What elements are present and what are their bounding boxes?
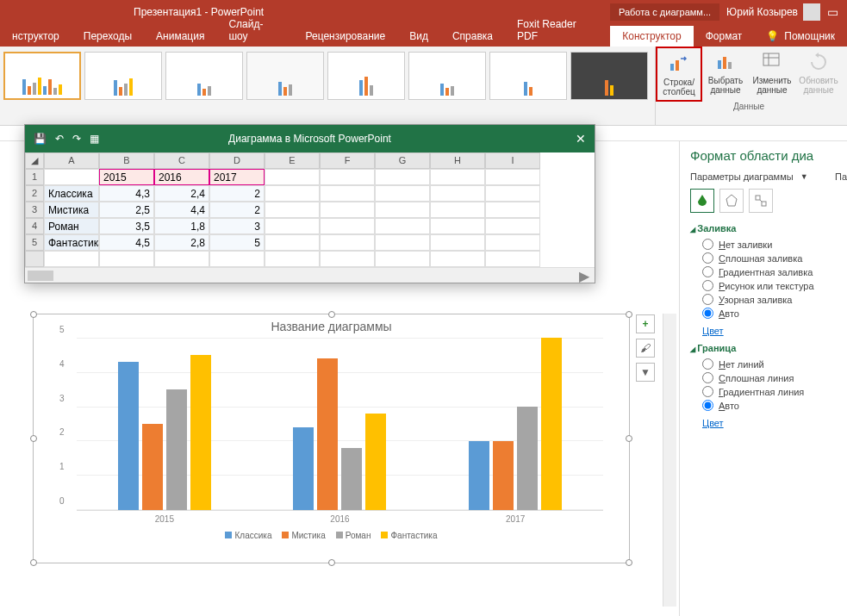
cell[interactable]: 2017 — [209, 169, 265, 185]
cell[interactable] — [320, 218, 375, 234]
data-window-scrollbar[interactable]: ▶ — [25, 267, 595, 283]
cell[interactable] — [485, 234, 540, 251]
radio-input[interactable] — [702, 252, 713, 264]
cell[interactable]: 5 — [209, 234, 265, 251]
bar-group[interactable] — [293, 338, 386, 510]
cell[interactable] — [265, 185, 320, 202]
bar[interactable] — [541, 338, 562, 510]
row-header[interactable]: 3 — [25, 202, 44, 218]
tab-designer[interactable]: нструктор — [0, 26, 72, 47]
radio-input[interactable] — [702, 386, 713, 397]
save-icon[interactable]: 💾 — [34, 133, 47, 145]
col-header[interactable]: C — [154, 152, 209, 169]
select-data-button[interactable]: Выбрать данные — [702, 47, 749, 102]
fill-option[interactable]: Рисунок или текстура — [702, 280, 847, 291]
bar[interactable] — [142, 424, 163, 510]
cell[interactable] — [485, 185, 540, 202]
chart-style-8[interactable] — [570, 52, 648, 100]
bar[interactable] — [317, 358, 338, 510]
slide-scrollbar[interactable] — [663, 314, 676, 607]
resize-handle[interactable] — [30, 559, 37, 566]
cell[interactable] — [99, 251, 154, 267]
redo-icon[interactable]: ↷ — [72, 133, 81, 145]
fill-option[interactable]: Градиентная заливка — [702, 266, 847, 277]
cell[interactable] — [320, 234, 375, 251]
cell[interactable] — [485, 169, 540, 185]
col-header[interactable]: H — [430, 152, 485, 169]
resize-handle[interactable] — [30, 311, 37, 318]
cell[interactable] — [320, 202, 375, 218]
row-header[interactable]: 5 — [25, 234, 44, 251]
data-window-titlebar[interactable]: 💾 ↶ ↷ ▦ Диаграмма в Microsoft PowerPoint… — [25, 125, 595, 152]
legend-item[interactable]: Классика — [225, 531, 271, 540]
legend-item[interactable]: Роман — [336, 531, 371, 540]
cell[interactable] — [320, 185, 375, 202]
border-option[interactable]: Сплошная линия — [702, 372, 847, 383]
cell[interactable] — [375, 169, 430, 185]
cell[interactable]: 2,5 — [99, 202, 154, 218]
tab-chart-format[interactable]: Формат — [694, 26, 755, 47]
col-header[interactable]: G — [375, 152, 430, 169]
chevron-down-icon[interactable]: ▼ — [800, 172, 808, 181]
cell[interactable] — [485, 218, 540, 234]
cell[interactable]: 2015 — [99, 169, 154, 185]
cell[interactable]: 3 — [209, 218, 265, 234]
cell[interactable] — [430, 169, 485, 185]
bar-group[interactable] — [469, 338, 562, 510]
cell[interactable] — [320, 251, 375, 267]
tab-slideshow[interactable]: Слайд-шоу — [216, 14, 293, 47]
bar[interactable] — [493, 441, 514, 510]
cell[interactable] — [265, 251, 320, 267]
undo-icon[interactable]: ↶ — [55, 133, 64, 145]
cell[interactable]: 2,8 — [154, 234, 209, 251]
col-header[interactable]: I — [485, 152, 540, 169]
bar[interactable] — [365, 414, 386, 510]
tab-help[interactable]: Справка — [440, 26, 505, 47]
row-header[interactable]: 4 — [25, 218, 44, 234]
cell[interactable]: 2 — [209, 185, 265, 202]
resize-handle[interactable] — [626, 559, 632, 566]
cell[interactable]: 2016 — [154, 169, 209, 185]
chart-style-6[interactable] — [408, 52, 486, 100]
radio-input[interactable] — [702, 400, 713, 411]
cell[interactable] — [430, 202, 485, 218]
effects-tab[interactable] — [719, 189, 744, 213]
row-header[interactable] — [25, 251, 44, 267]
chart-filters-button[interactable]: ▼ — [636, 363, 655, 382]
cell[interactable]: 3,5 — [99, 218, 154, 234]
radio-input[interactable] — [702, 239, 713, 250]
tab-view[interactable]: Вид — [397, 26, 440, 47]
tab-review[interactable]: Рецензирование — [294, 26, 398, 47]
cell[interactable] — [209, 251, 265, 267]
data-grid[interactable]: ◢ A B C D E F G H I 1 2015 2016 2017 2 К… — [25, 152, 595, 267]
chart-style-7[interactable] — [489, 52, 567, 100]
cell[interactable] — [265, 218, 320, 234]
radio-input[interactable] — [702, 372, 713, 383]
user-account[interactable]: Юрий Козырев — [726, 3, 820, 21]
border-option[interactable]: Градиентная линия — [702, 386, 847, 397]
cell[interactable] — [265, 169, 320, 185]
chart-object[interactable]: Название диаграммы 012345 201520162017 К… — [33, 314, 630, 563]
cell[interactable] — [320, 169, 375, 185]
cell[interactable] — [430, 251, 485, 267]
border-option[interactable]: Нет линий — [702, 358, 847, 370]
col-header[interactable]: B — [99, 152, 154, 169]
bar[interactable] — [166, 389, 187, 510]
cell[interactable]: 4,5 — [99, 234, 154, 251]
chart-styles-button[interactable]: 🖌 — [636, 339, 655, 358]
resize-handle[interactable] — [626, 311, 632, 318]
fill-option[interactable]: Авто — [702, 308, 847, 319]
cell[interactable] — [430, 218, 485, 234]
radio-input[interactable] — [702, 280, 713, 291]
cell[interactable] — [265, 202, 320, 218]
chart-style-5[interactable] — [327, 52, 405, 100]
resize-handle[interactable] — [626, 435, 632, 442]
chart-style-1[interactable] — [3, 52, 81, 100]
cell[interactable]: 2 — [209, 202, 265, 218]
chart-title[interactable]: Название диаграммы — [34, 314, 629, 339]
cell[interactable] — [375, 234, 430, 251]
cell[interactable] — [375, 185, 430, 202]
bar[interactable] — [517, 407, 538, 510]
fill-line-tab[interactable] — [690, 189, 714, 213]
row-header[interactable]: 1 — [25, 169, 44, 185]
